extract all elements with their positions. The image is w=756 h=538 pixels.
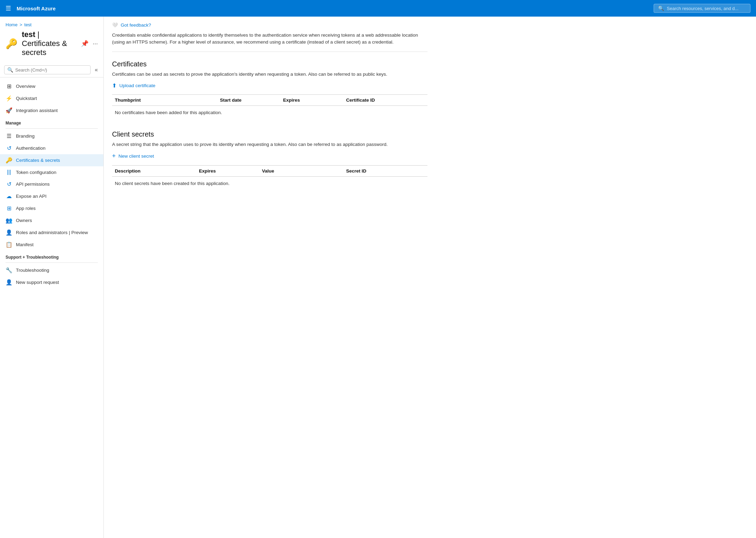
sidebar-item-roles-administrators[interactable]: 👤 Roles and administrators | Preview <box>0 226 103 239</box>
authentication-icon: ↺ <box>6 145 12 151</box>
manage-section-label: Manage <box>0 117 103 127</box>
expose-api-icon: ☁ <box>6 193 12 200</box>
brand-name: Microsoft Azure <box>17 6 56 11</box>
sidebar-item-label: App roles <box>16 206 36 211</box>
client-secrets-table-header: Description Expires Value Secret ID <box>112 165 427 177</box>
plus-icon: + <box>112 152 116 160</box>
more-options-icon[interactable]: ··· <box>93 40 98 47</box>
col-value: Value <box>259 168 343 174</box>
roles-icon: 👤 <box>6 229 12 236</box>
breadcrumb-separator: > <box>20 22 22 27</box>
sidebar-item-overview[interactable]: ⊞ Overview <box>0 80 103 92</box>
sidebar-item-label: Quickstart <box>16 96 37 101</box>
col-expires: Expires <box>280 98 343 103</box>
nav-divider-support <box>6 262 98 263</box>
collapse-sidebar-button[interactable]: « <box>93 66 99 74</box>
sidebar-item-label: Authentication <box>16 146 46 151</box>
feedback-row[interactable]: 🤍 Got feedback? <box>112 22 427 28</box>
nav-divider-manage <box>6 128 98 129</box>
global-search-input[interactable] <box>667 6 746 11</box>
page-title-row: 🔑 test | Certificates & secrets 📌 ··· <box>6 29 98 61</box>
certificates-empty-message: No certificates have been added for this… <box>112 106 427 119</box>
sidebar-item-label: Troubleshooting <box>16 268 49 273</box>
support-request-icon: 👤 <box>6 279 12 286</box>
quickstart-icon: ⚡ <box>6 95 12 102</box>
client-secrets-title: Client secrets <box>112 130 427 138</box>
sidebar-item-label: Branding <box>16 133 35 139</box>
sidebar-item-label: New support request <box>16 280 59 285</box>
sidebar-item-new-support-request[interactable]: 👤 New support request <box>0 276 103 288</box>
sidebar-item-owners[interactable]: 👥 Owners <box>0 214 103 226</box>
token-icon: ||| <box>6 169 12 175</box>
support-section-label: Support + Troubleshooting <box>0 251 103 261</box>
col-expires: Expires <box>196 168 259 174</box>
sidebar-item-label: Integration assistant <box>16 108 58 113</box>
troubleshooting-icon: 🔧 <box>6 267 12 273</box>
certificates-title: Certificates <box>112 60 427 68</box>
sidebar-search-icon: 🔍 <box>7 67 13 73</box>
sidebar-item-token-configuration[interactable]: ||| Token configuration <box>0 166 103 178</box>
breadcrumb-home[interactable]: Home <box>6 22 18 27</box>
sidebar-item-expose-api[interactable]: ☁ Expose an API <box>0 190 103 202</box>
certificates-icon: 🔑 <box>6 157 12 164</box>
sidebar-header: 🔍 « <box>0 61 103 77</box>
content-inner: 🤍 Got feedback? Credentials enable confi… <box>104 17 436 207</box>
new-client-secret-label: New client secret <box>119 154 154 159</box>
search-icon: 🔍 <box>658 6 664 11</box>
sidebar-item-branding[interactable]: ☰ Branding <box>0 130 103 142</box>
sidebar-navigation: ⊞ Overview ⚡ Quickstart 🚀 Integration as… <box>0 77 103 291</box>
upload-label: Upload certificate <box>119 83 155 88</box>
overview-icon: ⊞ <box>6 83 12 90</box>
sidebar-item-label: Manifest <box>16 242 34 247</box>
top-navigation: ☰ Microsoft Azure 🔍 <box>0 0 756 17</box>
sidebar-item-label: API permissions <box>16 182 50 187</box>
col-thumbprint: Thumbprint <box>112 98 217 103</box>
sidebar-item-quickstart[interactable]: ⚡ Quickstart <box>0 92 103 104</box>
col-certificate-id: Certificate ID <box>343 98 427 103</box>
sidebar-item-authentication[interactable]: ↺ Authentication <box>0 142 103 154</box>
client-secrets-empty-message: No client secrets have been created for … <box>112 177 427 190</box>
new-client-secret-button[interactable]: + New client secret <box>112 152 427 160</box>
intro-text: Credentials enable confidential applicat… <box>112 32 427 52</box>
global-search[interactable]: 🔍 <box>654 4 750 13</box>
sidebar-item-label: Owners <box>16 218 32 223</box>
certificates-table-header: Thumbprint Start date Expires Certificat… <box>112 94 427 106</box>
sidebar-item-label: Certificates & secrets <box>16 158 60 163</box>
sidebar-item-manifest[interactable]: 📋 Manifest <box>0 239 103 251</box>
pin-icon[interactable]: 📌 <box>81 40 89 47</box>
main-layout: Home > test 🔑 test | Certificates & secr… <box>0 17 756 538</box>
certificates-desc: Certificates can be used as secrets to p… <box>112 72 427 77</box>
client-secrets-desc: A secret string that the application use… <box>112 142 427 147</box>
sidebar-item-certificates-secrets[interactable]: 🔑 Certificates & secrets <box>0 154 103 166</box>
sidebar-item-app-roles[interactable]: ⊞ App roles <box>0 202 103 214</box>
col-start-date: Start date <box>217 98 280 103</box>
client-secrets-section: Client secrets A secret string that the … <box>112 130 427 190</box>
page-title: test | Certificates & secrets <box>22 30 77 57</box>
integration-icon: 🚀 <box>6 107 12 114</box>
sidebar-item-label: Expose an API <box>16 194 47 199</box>
title-actions: 📌 ··· <box>81 40 98 47</box>
sidebar-item-api-permissions[interactable]: ↺ API permissions <box>0 178 103 190</box>
feedback-label: Got feedback? <box>121 22 151 28</box>
breadcrumb-current: test <box>24 22 31 27</box>
breadcrumb: Home > test <box>6 19 98 29</box>
sidebar-search-input[interactable] <box>15 67 87 73</box>
branding-icon: ☰ <box>6 133 12 139</box>
sidebar-search[interactable]: 🔍 <box>4 65 91 74</box>
upload-certificate-button[interactable]: ⬆ Upload certificate <box>112 82 427 89</box>
manifest-icon: 📋 <box>6 241 12 248</box>
sidebar-item-troubleshooting[interactable]: 🔧 Troubleshooting <box>0 264 103 276</box>
certificates-section: Certificates Certificates can be used as… <box>112 60 427 119</box>
api-permissions-icon: ↺ <box>6 181 12 187</box>
sidebar-item-label: Token configuration <box>16 170 56 175</box>
upload-icon: ⬆ <box>112 82 117 89</box>
page-header-area: Home > test 🔑 test | Certificates & secr… <box>0 17 103 61</box>
sidebar-item-label: Overview <box>16 84 35 89</box>
hamburger-menu[interactable]: ☰ <box>6 4 11 12</box>
sidebar: Home > test 🔑 test | Certificates & secr… <box>0 17 104 538</box>
sidebar-item-integration-assistant[interactable]: 🚀 Integration assistant <box>0 104 103 117</box>
sidebar-item-label: Roles and administrators | Preview <box>16 230 88 235</box>
app-roles-icon: ⊞ <box>6 205 12 212</box>
content-area: 🤍 Got feedback? Credentials enable confi… <box>104 17 756 538</box>
heart-icon: 🤍 <box>112 22 118 28</box>
